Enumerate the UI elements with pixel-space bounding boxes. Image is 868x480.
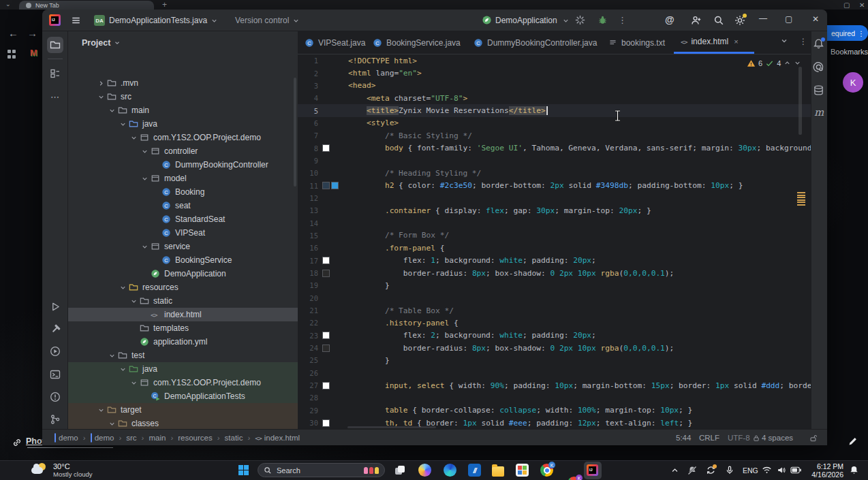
tree-chevron-down-icon[interactable]	[108, 107, 118, 114]
code-editor[interactable]: 1<!DOCTYPE html>2<html lang="en">3<head>…	[298, 54, 811, 429]
tab-close-icon[interactable]: ×	[734, 37, 738, 46]
tree-item-main[interactable]: main	[68, 103, 298, 117]
line-number[interactable]: 18	[298, 269, 318, 277]
code-line-22[interactable]: 22 .history-panel {	[298, 317, 811, 329]
code-line-15[interactable]: 15 /* Form Box */	[298, 229, 811, 242]
task-view-icon[interactable]	[393, 464, 406, 477]
code-line-7[interactable]: 7 /* Basic Styling */	[298, 129, 811, 142]
wifi-icon[interactable]	[762, 466, 772, 475]
more-tools-icon[interactable]: ⋯	[47, 89, 63, 105]
code-line-21[interactable]: 21 /* Table Box */	[298, 304, 811, 317]
ai-assistant-tool-icon[interactable]	[813, 61, 824, 73]
chrome-prof1-icon[interactable]: K	[540, 464, 553, 477]
tree-item-resources[interactable]: resources	[68, 281, 298, 294]
tree-item-templates[interactable]: templates	[68, 321, 298, 335]
color-swatch[interactable]	[322, 257, 330, 264]
edge-icon[interactable]	[444, 464, 456, 477]
line-number[interactable]: 10	[298, 169, 318, 177]
code-line-28[interactable]: 28	[298, 391, 811, 404]
tree-chevron-down-icon[interactable]	[97, 406, 107, 414]
weather-icon[interactable]	[31, 463, 49, 478]
line-number[interactable]: 21	[298, 306, 318, 315]
avatar[interactable]: K	[843, 72, 863, 93]
code-line-23[interactable]: 23 flex: 2; background: white; padding: …	[298, 330, 811, 342]
tree-chevron-down-icon[interactable]	[119, 121, 129, 128]
tree-item-demoapplicationtests[interactable]: CDemoApplicationTests	[68, 389, 298, 403]
code-line-17[interactable]: 17 flex: 1; background: white; padding: …	[298, 255, 811, 267]
more-actions-icon[interactable]: ⋮	[618, 15, 627, 25]
tree-chevron-down-icon[interactable]	[97, 93, 107, 101]
tree-chevron-down-icon[interactable]	[130, 379, 140, 387]
line-number[interactable]: 22	[298, 319, 318, 327]
tab-list-chevron-icon[interactable]	[780, 37, 788, 46]
code-line-10[interactable]: 10 /* Heading Styling */	[298, 167, 811, 179]
color-swatch[interactable]	[322, 144, 330, 152]
code-line-1[interactable]: 1<!DOCTYPE html>	[298, 54, 811, 67]
new-tab-button[interactable]: +	[162, 0, 167, 10]
line-number[interactable]: 12	[298, 194, 318, 202]
pencil-icon[interactable]	[848, 436, 858, 447]
run-config-spring-icon[interactable]	[482, 15, 492, 25]
line-number[interactable]: 9	[298, 157, 318, 165]
tree-item-standardseat[interactable]: CStandardSeat	[68, 212, 298, 226]
indent-lock-icon[interactable]	[753, 434, 760, 442]
kebab-icon[interactable]: ⋮	[858, 29, 865, 37]
terminal-tool-icon[interactable]	[47, 366, 63, 383]
color-swatch[interactable]	[322, 419, 330, 427]
line-number[interactable]: 29	[298, 406, 318, 415]
apps-grid-icon[interactable]	[7, 50, 16, 59]
tree-item-vipseat[interactable]: CVIPSeat	[68, 226, 298, 240]
line-number[interactable]: 1	[298, 57, 318, 65]
code-line-6[interactable]: 6 <style>	[298, 117, 811, 129]
tree-chevron-right-icon[interactable]	[97, 80, 107, 87]
line-number[interactable]: 5	[298, 107, 318, 115]
line-number[interactable]: 16	[298, 244, 318, 252]
code-line-14[interactable]: 14	[298, 217, 811, 229]
code-line-2[interactable]: 2<html lang="en">	[298, 67, 811, 79]
line-number[interactable]: 14	[298, 219, 318, 227]
language-indicator[interactable]: ENG	[743, 466, 758, 475]
breadcrumb-item-static-5[interactable]: static	[225, 434, 243, 442]
line-number[interactable]: 7	[298, 131, 318, 140]
gmail-icon[interactable]: M	[30, 48, 37, 58]
browser-back-icon[interactable]: ←	[8, 27, 18, 39]
tree-item-test[interactable]: test	[68, 349, 298, 362]
line-number[interactable]: 11	[298, 182, 318, 190]
tab-search-chevron-icon[interactable]: ⌄	[5, 1, 11, 7]
window-maximize-icon[interactable]: ▢	[785, 14, 792, 24]
project-panel-header[interactable]: Project	[82, 38, 121, 48]
battery-icon[interactable]	[790, 466, 801, 474]
tree-item-model[interactable]: model	[68, 172, 298, 185]
sync-update-icon[interactable]	[706, 465, 716, 475]
code-line-27[interactable]: 27 input, select { width: 90%; padding: …	[298, 379, 811, 391]
ms-store-icon[interactable]	[516, 464, 529, 477]
microphone-icon[interactable]	[725, 465, 734, 475]
line-number[interactable]: 3	[298, 82, 318, 90]
dnd-bell-slash-icon[interactable]	[687, 465, 698, 476]
code-line-11[interactable]: 11 h2 { color: #2c3e50; border-bottom: 2…	[298, 179, 811, 191]
line-number[interactable]: 27	[298, 381, 318, 389]
code-line-5[interactable]: 5 <title>Zynix Movie Reservations</title…	[298, 104, 811, 116]
tree-item-booking[interactable]: CBooking	[68, 185, 298, 199]
database-tool-icon[interactable]	[813, 84, 824, 96]
signin-required-button[interactable]: equired ⋮	[827, 25, 868, 41]
line-number[interactable]: 15	[298, 231, 318, 240]
line-number[interactable]: 8	[298, 144, 318, 153]
tab-bookingservice-java[interactable]: CBookingService.java	[366, 31, 467, 54]
tree-chevron-down-icon[interactable]	[141, 175, 151, 182]
color-swatch[interactable]	[322, 345, 330, 352]
vcs-chevron-icon[interactable]	[292, 17, 300, 25]
debug-bug-icon[interactable]	[598, 15, 608, 25]
structure-tool-icon[interactable]	[47, 65, 63, 82]
weather-condition[interactable]: Mostly cloudy	[53, 470, 93, 478]
breadcrumb-item-main-3[interactable]: main	[149, 434, 166, 442]
tree-item-static[interactable]: static	[68, 294, 298, 308]
tree-item-classes[interactable]: classes	[68, 417, 298, 429]
build-tool-icon[interactable]	[47, 321, 63, 337]
start-button[interactable]	[238, 465, 249, 475]
taskbar-clock[interactable]: 6:12 PM 4/16/2026	[803, 462, 843, 479]
code-line-26[interactable]: 26	[298, 367, 811, 379]
editor-hscrollbar[interactable]	[347, 426, 436, 428]
tray-bell-icon[interactable]	[849, 465, 859, 475]
tree-chevron-down-icon[interactable]	[130, 134, 140, 142]
